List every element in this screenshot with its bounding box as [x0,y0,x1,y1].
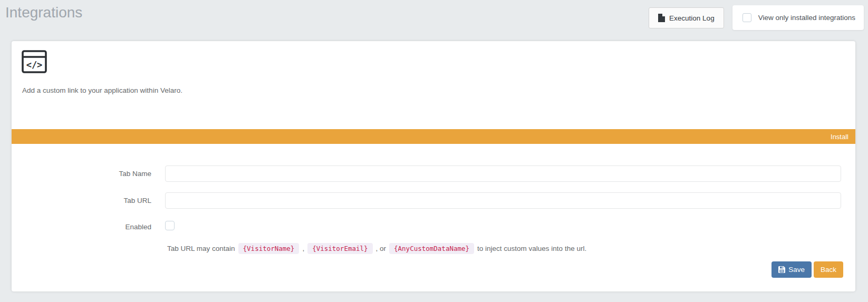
save-label: Save [788,266,805,274]
url-hint-text: Tab URL may contain {VisitorName} , {Vis… [167,243,586,254]
view-only-checkbox[interactable] [742,13,751,22]
hint-prefix: Tab URL may contain [167,245,235,252]
install-bar[interactable]: Install [12,129,855,144]
tab-url-row: Tab URL [12,192,855,209]
hint-or: , or [376,245,387,252]
view-only-panel: View only installed integrations [732,5,864,30]
install-label: Install [831,133,848,141]
save-button[interactable]: Save [771,261,812,278]
file-icon [658,14,665,22]
hint-comma: , [302,245,304,252]
enabled-label: Enabled [12,223,165,231]
tab-url-label: Tab URL [12,197,165,204]
execution-log-button[interactable]: Execution Log [649,7,724,28]
token-visitor-email: {VisitorEmail} [307,243,372,254]
integration-description: Add a custom link to your application wi… [22,86,182,94]
view-only-label: View only installed integrations [758,14,855,22]
integration-card: </> Add a custom link to your applicatio… [12,41,855,291]
back-button[interactable]: Back [814,261,843,278]
page-header: Integrations Execution Log View only ins… [0,0,868,41]
tab-name-input[interactable] [165,165,841,182]
page-title: Integrations [5,4,82,21]
token-any-custom-data: {AnyCustomDataName} [389,243,474,254]
hint-suffix: to inject custom values into the url. [477,245,586,252]
header-actions: Execution Log View only installed integr… [649,5,864,30]
enabled-checkbox[interactable] [165,221,175,230]
tab-name-row: Tab Name [12,165,855,182]
code-window-icon: </> [22,50,47,75]
back-label: Back [821,266,836,274]
tab-name-label: Tab Name [12,170,165,178]
hint-row: Tab URL may contain {VisitorName} , {Vis… [12,241,855,255]
enabled-row: Enabled [12,220,855,233]
execution-log-label: Execution Log [669,14,715,22]
form-buttons: Save Back [12,261,855,278]
tab-url-input[interactable] [165,192,841,209]
svg-text:</>: </> [26,60,43,70]
token-visitor-name: {VisitorName} [238,243,300,254]
save-icon [778,266,785,273]
